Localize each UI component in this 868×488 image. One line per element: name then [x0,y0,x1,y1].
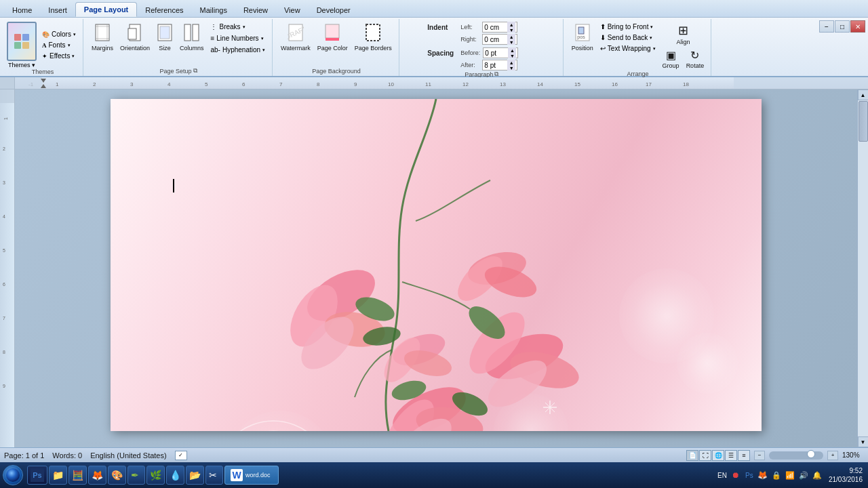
svg-rect-39 [734,77,868,89]
spacing-after-down[interactable]: ▼ [507,65,515,70]
svg-text:11: 11 [425,81,431,87]
spacing-before-input[interactable]: 0 pt ▲ ▼ [483,47,518,58]
svg-text:6: 6 [3,282,5,287]
page-setup-group-label: Page Setup ⧉ [89,67,268,76]
taskbar-pinkapp[interactable]: ✂ [205,466,223,485]
taskbar-word[interactable]: W word.doc [224,466,279,485]
indent-left-down[interactable]: ▼ [507,27,515,33]
taskbar-photoshop[interactable]: Ps [27,466,47,485]
svg-text:8: 8 [3,350,5,354]
svg-rect-38 [15,77,42,89]
page-borders-button[interactable]: Page Borders [352,22,395,53]
send-to-back-button[interactable]: ⬇ Send to Back ▾ [597,33,658,43]
fonts-button[interactable]: A Fonts ▾ [39,40,79,50]
spacing-after-input[interactable]: 8 pt ▲ ▼ [482,60,517,70]
scroll-track[interactable] [858,100,868,436]
firefox-tray[interactable]: 🦊 [757,469,769,481]
text-wrapping-button[interactable]: ↩ Text Wrapping ▾ [597,43,658,54]
breaks-button[interactable]: ⋮ Breaks ▾ [208,22,268,32]
spacing-after-up[interactable]: ▲ [507,60,515,65]
columns-button[interactable]: Columns [177,22,207,53]
maximize-button[interactable]: □ [835,20,850,33]
close-button[interactable]: ✕ [850,20,865,33]
text-cursor [173,179,174,192]
zoom-out-button[interactable]: − [754,451,765,460]
svg-text:3: 3 [3,180,5,185]
position-button[interactable]: pos Position [569,22,596,53]
tab-page-layout[interactable]: Page Layout [75,2,137,17]
group-arrange: pos Position ⬆ Bring to Front ▾ ⬇ Send t… [565,19,711,76]
effects-button[interactable]: ✦ Effects ▾ [39,51,79,61]
horizontal-ruler: -1 1 2 3 4 5 6 7 8 9 10 11 12 13 14 15 1 [15,77,868,89]
indent-right-down[interactable]: ▼ [507,39,515,45]
tab-mailings[interactable]: Mailings [192,3,235,17]
draft-view[interactable]: ≡ [738,450,750,461]
group-button[interactable]: ▣ Group [660,47,682,70]
rotate-button[interactable]: ↻ Rotate [684,47,707,70]
themes-button[interactable] [7,22,37,61]
svg-rect-42 [0,89,15,103]
indent-left-up[interactable]: ▲ [507,22,515,27]
orientation-button[interactable]: Orientation [117,22,153,53]
tab-view[interactable]: View [276,3,309,17]
minimize-button[interactable]: − [819,20,834,33]
bring-to-front-button[interactable]: ⬆ Bring to Front ▾ [597,22,658,32]
page-setup-dialog-launcher[interactable]: ⧉ [193,67,197,75]
zoom-slider-thumb[interactable] [807,450,815,458]
scroll-down-button[interactable]: ▼ [858,436,869,447]
svg-text:14: 14 [537,81,543,87]
colors-button[interactable]: 🎨 Colors ▾ [39,29,79,39]
taskbar-firefox[interactable]: 🦊 [88,466,106,485]
indent-left-input[interactable]: 0 cm ▲ ▼ [482,22,517,33]
zoom-in-button[interactable]: + [827,451,838,460]
themes-label[interactable]: Themes ▾ [8,62,35,68]
tab-developer[interactable]: Developer [309,3,359,17]
print-layout-view[interactable]: 📄 [686,450,698,461]
spacing-before-down[interactable]: ▼ [508,53,516,58]
taskbar-inkscape[interactable]: ✒ [127,466,145,485]
align-button[interactable]: ⊞ Align [660,22,707,47]
language-status[interactable]: English (United States) [90,451,167,460]
svg-text:15: 15 [574,81,580,87]
network-tray[interactable]: 📶 [784,469,796,481]
document-page[interactable] [111,99,762,431]
svg-text:2: 2 [93,81,96,87]
full-screen-view[interactable]: ⛶ [699,450,711,461]
margins-button[interactable]: Margins [89,22,116,53]
outline-view[interactable]: ☰ [725,450,737,461]
line-numbers-button[interactable]: ≡ Line Numbers ▾ [208,33,268,43]
taskbar-paint[interactable]: 🎨 [108,466,126,485]
start-button[interactable] [3,465,23,485]
svg-rect-9 [184,24,191,41]
size-button[interactable]: Size [154,22,176,53]
vertical-scrollbar[interactable]: ▲ ▼ [857,89,868,447]
scroll-up-button[interactable]: ▲ [858,89,869,100]
scroll-thumb[interactable] [859,101,868,142]
tab-insert[interactable]: Insert [40,3,75,17]
taskbar-explorer[interactable]: 📁 [49,466,67,485]
group-paragraph: Indent Left: 0 cm ▲ ▼ Right: [401,19,564,76]
watermark-button[interactable]: DRAFT Watermark [278,22,313,53]
volume-tray[interactable]: 🔊 [797,469,810,481]
indent-right-input[interactable]: 0 cm ▲ ▼ [482,34,517,45]
zoom-level[interactable]: 130% [842,451,864,459]
notification-tray[interactable]: 🔔 [811,469,823,481]
tab-references[interactable]: References [137,3,191,17]
taskbar-greenapp[interactable]: 🌿 [146,466,165,485]
security-tray[interactable]: 🔒 [770,469,783,481]
taskbar-tealapp[interactable]: 💧 [166,466,184,485]
web-layout-view[interactable]: 🌐 [712,450,724,461]
tab-home[interactable]: Home [4,3,40,17]
taskbar-calculator[interactable]: 🧮 [68,466,87,485]
indent-right-up[interactable]: ▲ [507,34,515,39]
page-color-button[interactable]: Page Color [315,22,351,53]
spacing-before-up[interactable]: ▲ [508,47,516,53]
zoom-slider[interactable] [769,451,823,460]
language-indicator[interactable]: EN [717,472,727,479]
taskbar-folder2[interactable]: 📂 [186,466,204,485]
document-check-button[interactable]: ✓ [175,451,187,460]
clock[interactable]: 9:52 21/03/2016 [826,466,865,484]
tab-review[interactable]: Review [235,3,276,17]
photoshop-tray[interactable]: Ps [743,469,755,481]
hyphenation-button[interactable]: ab- Hyphenation ▾ [208,45,268,55]
